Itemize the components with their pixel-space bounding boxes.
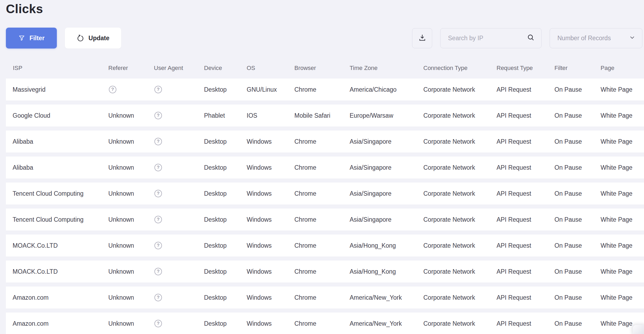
download-icon xyxy=(418,34,426,43)
table-cell: Chrome xyxy=(294,320,350,327)
table-cell: Unknown xyxy=(108,190,154,197)
table-cell: Corporate Network xyxy=(423,190,497,197)
table-cell: Unknown xyxy=(108,320,154,327)
table-cell: On Pause xyxy=(554,190,601,197)
download-button[interactable] xyxy=(412,28,432,48)
question-mark-icon[interactable]: ? xyxy=(154,216,162,223)
column-header: Device xyxy=(204,65,247,72)
number-of-records-dropdown[interactable]: Number of Records xyxy=(550,28,642,48)
question-mark-icon[interactable]: ? xyxy=(109,86,116,93)
table-cell: On Pause xyxy=(554,138,601,145)
table-cell: Windows xyxy=(247,138,294,145)
column-header: Time Zone xyxy=(350,65,423,72)
table-cell: Chrome xyxy=(294,164,350,171)
question-mark-icon[interactable]: ? xyxy=(154,268,162,275)
table-cell: ? xyxy=(154,138,204,145)
column-header: Filter xyxy=(554,65,601,72)
table-row[interactable]: MOACK.Co.LTDUnknown?DesktopWindowsChrome… xyxy=(6,235,644,257)
table-row[interactable]: MOACK.Co.LTDUnknown?DesktopWindowsChrome… xyxy=(6,261,644,283)
table-cell: IOS xyxy=(247,112,294,119)
funnel-icon xyxy=(18,35,25,42)
table-cell: America/New_York xyxy=(350,320,423,327)
table-cell: White Page xyxy=(601,294,644,301)
table-cell: Windows xyxy=(247,320,294,327)
column-header: Connection Type xyxy=(423,65,497,72)
table-cell: On Pause xyxy=(554,86,601,93)
table-row[interactable]: Tencent Cloud ComputingUnknown?DesktopWi… xyxy=(6,209,644,231)
table-cell: ? xyxy=(154,268,204,275)
update-button[interactable]: Update xyxy=(65,28,121,49)
table-cell: Chrome xyxy=(294,242,350,249)
table-cell: Chrome xyxy=(294,190,350,197)
search-box xyxy=(440,28,542,48)
table-row[interactable]: AlibabaUnknown?DesktopWindowsChromeAsia/… xyxy=(6,131,644,153)
table-row[interactable]: Massivegrid??DesktopGNU/LinuxChromeAmeri… xyxy=(6,79,644,101)
search-input[interactable] xyxy=(448,35,527,42)
table-cell: On Pause xyxy=(554,112,601,119)
table-cell: Asia/Singapore xyxy=(350,216,423,223)
table-cell: On Pause xyxy=(554,164,601,171)
table-cell: Chrome xyxy=(294,86,350,93)
table-body: Massivegrid??DesktopGNU/LinuxChromeAmeri… xyxy=(0,79,644,334)
question-mark-icon[interactable]: ? xyxy=(154,138,162,145)
table-cell: On Pause xyxy=(554,242,601,249)
table-cell: White Page xyxy=(601,138,644,145)
table-cell: Phablet xyxy=(204,112,247,119)
table-cell: Unknown xyxy=(108,294,154,301)
table-cell: API Request xyxy=(497,164,554,171)
table-cell: Windows xyxy=(247,190,294,197)
table-cell: Asia/Singapore xyxy=(350,190,423,197)
table-cell: Desktop xyxy=(204,294,247,301)
table-cell: White Page xyxy=(601,190,644,197)
table-cell: White Page xyxy=(601,112,644,119)
table-row[interactable]: Amazon.comUnknown?DesktopWindowsChromeAm… xyxy=(6,313,644,334)
table-cell: Chrome xyxy=(294,216,350,223)
table-cell: Mobile Safari xyxy=(294,112,350,119)
table-cell: Amazon.com xyxy=(6,320,108,327)
page-title: Clicks xyxy=(6,2,644,16)
table-cell: Unknown xyxy=(108,216,154,223)
table-row[interactable]: Amazon.comUnknown?DesktopWindowsChromeAm… xyxy=(6,287,644,309)
chevron-down-icon xyxy=(629,34,636,42)
table-cell: Corporate Network xyxy=(423,268,497,275)
table-cell: Desktop xyxy=(204,164,247,171)
question-mark-icon[interactable]: ? xyxy=(154,320,162,327)
table-cell: Unknown xyxy=(108,164,154,171)
table-cell: Corporate Network xyxy=(423,320,497,327)
table-row[interactable]: Google CloudUnknown?PhabletIOSMobile Saf… xyxy=(6,105,644,127)
filter-button[interactable]: Filter xyxy=(6,28,57,49)
table-cell: Desktop xyxy=(204,138,247,145)
question-mark-icon[interactable]: ? xyxy=(154,86,162,93)
table-cell: Tencent Cloud Computing xyxy=(6,190,108,197)
table-cell: Alibaba xyxy=(6,138,108,145)
table-cell: API Request xyxy=(497,294,554,301)
question-mark-icon[interactable]: ? xyxy=(154,242,162,249)
search-icon[interactable] xyxy=(527,34,535,43)
table-cell: Chrome xyxy=(294,268,350,275)
table-cell: Desktop xyxy=(204,190,247,197)
question-mark-icon[interactable]: ? xyxy=(154,294,162,301)
table-cell: Windows xyxy=(247,294,294,301)
table-cell: Chrome xyxy=(294,138,350,145)
toolbar: Filter Update xyxy=(6,28,642,49)
table-cell: Asia/Hong_Kong xyxy=(350,268,423,275)
table-cell: Desktop xyxy=(204,268,247,275)
table-cell: Chrome xyxy=(294,294,350,301)
table-cell: Corporate Network xyxy=(423,164,497,171)
question-mark-icon[interactable]: ? xyxy=(154,190,162,197)
table-cell: Asia/Singapore xyxy=(350,138,423,145)
table-cell: On Pause xyxy=(554,216,601,223)
question-mark-icon[interactable]: ? xyxy=(154,112,162,119)
table-cell: Corporate Network xyxy=(423,112,497,119)
table-cell: Windows xyxy=(247,242,294,249)
table-row[interactable]: Tencent Cloud ComputingUnknown?DesktopWi… xyxy=(6,183,644,205)
question-mark-icon[interactable]: ? xyxy=(154,164,162,171)
table-cell: API Request xyxy=(497,138,554,145)
column-header: User Agent xyxy=(154,65,204,72)
table-row[interactable]: AlibabaUnknown?DesktopWindowsChromeAsia/… xyxy=(6,157,644,179)
column-header: OS xyxy=(247,65,294,72)
table-cell: On Pause xyxy=(554,268,601,275)
scroll-corner-button[interactable] xyxy=(633,325,644,334)
table-cell: Desktop xyxy=(204,216,247,223)
table-cell: API Request xyxy=(497,216,554,223)
